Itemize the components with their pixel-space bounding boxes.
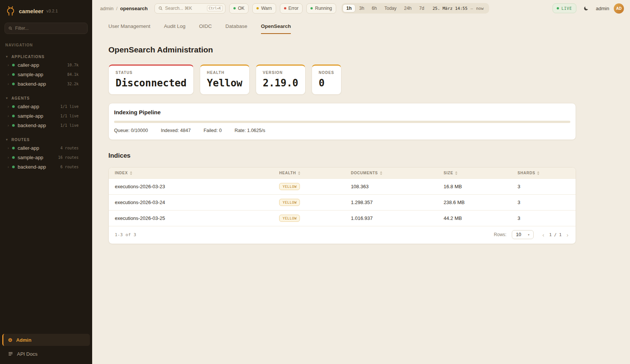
- time-range-24h[interactable]: 24h: [400, 4, 415, 12]
- sidebar-item-backend-app-routes[interactable]: › backend-app 6 routes: [0, 162, 92, 172]
- docs-icon: [8, 351, 13, 356]
- filter-label: OK: [238, 6, 244, 11]
- section-header-agents[interactable]: ▼ AGENTS: [0, 95, 92, 102]
- pipeline-failed: Failed: 0: [204, 128, 222, 133]
- time-range-7d[interactable]: 7d: [415, 4, 428, 12]
- table-row[interactable]: executions-2026-03-25 YELLOW 1.016.937 4…: [109, 210, 576, 226]
- column-header-health[interactable]: HEALTH: [273, 167, 345, 179]
- item-badge: 32.2k: [67, 82, 79, 86]
- item-badge: 1/1 live: [60, 114, 79, 118]
- item-label: caller-app: [18, 62, 64, 68]
- breadcrumb: admin / opensearch: [100, 6, 148, 11]
- cameleer-logo-icon: [5, 6, 16, 16]
- rows-per-page-select[interactable]: 10 ▾: [512, 230, 534, 239]
- cell-index: executions-2026-03-23: [109, 179, 273, 195]
- tab-database[interactable]: Database: [225, 23, 247, 34]
- rows-per-page-value: 10: [516, 232, 521, 237]
- section-header-applications[interactable]: ▼ APPLICATIONS: [0, 53, 92, 60]
- chevron-right-icon: ›: [8, 114, 9, 118]
- item-badge: 84.1k: [67, 72, 79, 77]
- sidebar-item-caller-app[interactable]: › caller-app 10.7k: [0, 60, 92, 70]
- table-row[interactable]: executions-2026-03-24 YELLOW 1.298.357 2…: [109, 195, 576, 210]
- search-icon: [8, 26, 12, 31]
- tab-user-management[interactable]: User Management: [108, 23, 150, 34]
- filter-pill-ok[interactable]: OK: [229, 3, 249, 14]
- tab-opensearch[interactable]: OpenSearch: [261, 23, 291, 34]
- status-cards: STATUS Disconnected HEALTH Yellow VERSIO…: [108, 65, 576, 95]
- section-header-routes[interactable]: ▼ ROUTES: [0, 136, 92, 143]
- status-dot: [12, 105, 15, 108]
- indices-table: INDEX HEALTH DOCUMENTS SIZE SHARDS execu…: [109, 167, 576, 226]
- sidebar-item-sample-app-agent[interactable]: › sample-app 1/1 live: [0, 111, 92, 121]
- next-page-button[interactable]: ›: [565, 232, 570, 238]
- chevron-right-icon: ›: [8, 72, 9, 77]
- chevron-right-icon: ›: [8, 155, 9, 160]
- sidebar-filter[interactable]: [5, 23, 88, 34]
- sidebar-item-backend-app[interactable]: › backend-app 32.2k: [0, 79, 92, 89]
- item-badge: 10.7k: [67, 63, 79, 67]
- sidebar-item-caller-app-agent[interactable]: › caller-app 1/1 live: [0, 102, 92, 111]
- prev-page-button[interactable]: ‹: [541, 232, 545, 238]
- cell-health: YELLOW: [273, 210, 345, 226]
- filter-pill-running[interactable]: Running: [306, 3, 336, 14]
- column-header-shards[interactable]: SHARDS: [511, 167, 576, 179]
- time-range-1h[interactable]: 1h: [343, 4, 355, 12]
- stat-value: 0: [319, 77, 334, 89]
- filter-input[interactable]: [15, 26, 84, 31]
- time-range-group: 1h 3h 6h Today 24h 7d 25. März 14:55 — n…: [341, 3, 489, 14]
- column-header-size[interactable]: SIZE: [438, 167, 512, 179]
- status-card: STATUS Disconnected: [108, 65, 194, 95]
- pipeline-queue: Queue: 0/10000: [114, 128, 148, 133]
- table-footer: 1-3 of 3 Rows: 10 ▾ ‹ 1 / 1 ›: [109, 226, 576, 244]
- column-header-documents[interactable]: DOCUMENTS: [345, 167, 438, 179]
- time-range-6h[interactable]: 6h: [368, 4, 380, 12]
- page-title: OpenSearch Administration: [108, 45, 576, 54]
- item-label: sample-app: [18, 113, 57, 119]
- logo[interactable]: cameleer v3.2.1: [0, 0, 92, 20]
- sidebar-item-admin[interactable]: ⚙ Admin: [2, 334, 90, 346]
- live-toggle[interactable]: LIVE: [553, 3, 576, 13]
- chevron-right-icon: ›: [8, 63, 9, 67]
- time-separator: —: [471, 6, 473, 11]
- sidebar-item-caller-app-routes[interactable]: › caller-app 4 routes: [0, 143, 92, 153]
- breadcrumb-admin[interactable]: admin: [100, 6, 113, 11]
- status-dot: [12, 124, 15, 127]
- search-icon: [158, 6, 163, 11]
- time-range-display[interactable]: 25. März 14:55 — now: [428, 6, 488, 11]
- search-input[interactable]: [165, 6, 204, 11]
- sort-icon: [537, 171, 539, 175]
- item-badge: 16 routes: [58, 155, 79, 160]
- sidebar-item-sample-app[interactable]: › sample-app 84.1k: [0, 70, 92, 79]
- breadcrumb-current: opensearch: [120, 6, 148, 11]
- header-right: LIVE admin AD: [553, 3, 624, 14]
- column-header-index[interactable]: INDEX: [109, 167, 273, 179]
- sidebar-footer: ⚙ Admin API Docs: [0, 334, 92, 364]
- chevron-right-icon: ›: [8, 123, 9, 127]
- filter-pill-error[interactable]: Error: [280, 3, 303, 14]
- sidebar-item-sample-app-routes[interactable]: › sample-app 16 routes: [0, 153, 92, 162]
- avatar[interactable]: AD: [614, 3, 624, 14]
- global-search[interactable]: Ctrl+K: [154, 3, 225, 14]
- sidebar-section-applications: ▼ APPLICATIONS › caller-app 10.7k › samp…: [0, 53, 92, 89]
- item-badge: 4 routes: [60, 146, 79, 150]
- tab-oidc[interactable]: OIDC: [199, 23, 212, 34]
- stat-value: 2.19.0: [263, 77, 298, 89]
- time-range-today[interactable]: Today: [381, 4, 400, 12]
- sidebar-item-api-docs[interactable]: API Docs: [2, 348, 90, 359]
- stat-label: NODES: [319, 71, 334, 75]
- dark-mode-toggle[interactable]: [581, 3, 591, 14]
- stat-value: Yellow: [207, 77, 242, 89]
- sort-icon: [298, 171, 300, 175]
- live-label: LIVE: [561, 6, 572, 11]
- tab-audit-log[interactable]: Audit Log: [164, 23, 185, 34]
- status-dot: [12, 115, 15, 117]
- sidebar-item-backend-app-agent[interactable]: › backend-app 1/1 live: [0, 121, 92, 130]
- filter-pill-warn[interactable]: Warn: [252, 3, 276, 14]
- user-name: admin: [596, 6, 609, 11]
- section-label: ROUTES: [11, 138, 30, 142]
- nodes-card: NODES 0: [312, 65, 341, 95]
- stat-label: VERSION: [263, 71, 298, 75]
- time-range-3h[interactable]: 3h: [355, 4, 368, 12]
- table-row[interactable]: executions-2026-03-23 YELLOW 108.363 16.…: [109, 179, 576, 195]
- chevron-down-icon: ▼: [5, 55, 9, 58]
